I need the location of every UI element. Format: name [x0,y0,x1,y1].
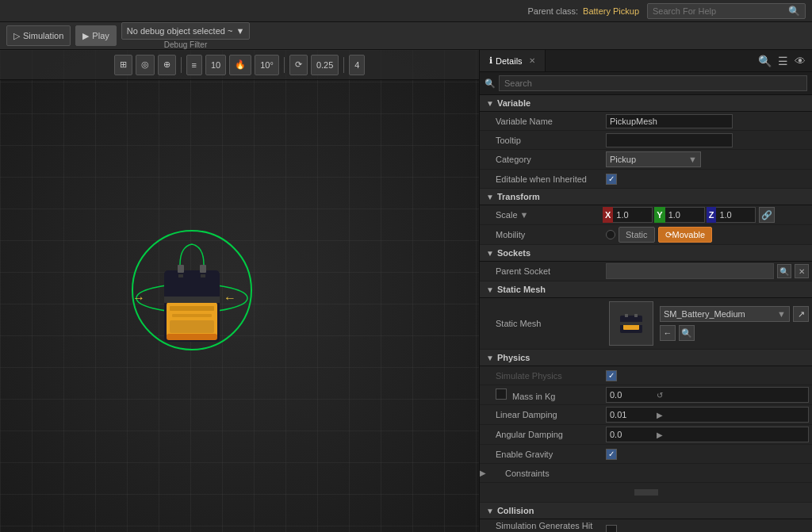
debug-filter-dropdown[interactable]: No debug object selected ~ ▼ [121,22,251,40]
scale-x-input[interactable]: X [603,207,653,223]
scale-dropdown-icon[interactable]: ▼ [520,210,529,220]
play-icon: ▶ [82,31,89,41]
translate-mode-btn[interactable]: ⊞ [114,55,132,75]
camera-speed-btn[interactable]: 4 [349,55,365,75]
grid-size-btn[interactable]: 10 [205,55,226,75]
socket-input-field[interactable] [606,263,774,279]
scale-z-input[interactable]: Z [707,207,756,223]
linear-damping-input[interactable] [607,408,654,422]
socket-search-btn[interactable]: 🔍 [777,264,791,278]
main-content: ⊞ ◎ ⊕ ≡ 10 🔥 10° ⟳ 0.25 4 [0,50,812,532]
mesh-expand-btn[interactable]: ↗ [793,306,809,322]
svg-rect-12 [167,334,217,340]
scale-z-label: Z [707,207,717,223]
sockets-section-arrow: ▼ [486,249,494,258]
editable-inherited-value [603,174,812,185]
angular-damping-input[interactable] [607,427,654,442]
details-tab[interactable]: ℹ Details ✕ [480,50,546,71]
mesh-thumbnail [609,301,653,346]
parent-socket-label: Parent Socket [480,266,603,276]
mesh-name-dropdown[interactable]: SM_Battery_Medium ▼ [660,306,790,322]
angular-damping-input-wrap: ▶ [606,427,809,442]
scale-y-field[interactable] [665,207,705,223]
battery-object: → ← [128,211,255,371]
scale-lock-btn[interactable]: 🔗 [759,207,775,223]
constraints-expand-arrow: ▶ [480,469,486,477]
static-mobility-btn[interactable]: Static [619,227,655,243]
mass-text: Mass in Kg [512,392,555,401]
mass-enable-checkbox[interactable] [496,388,507,400]
viewport[interactable]: ⊞ ◎ ⊕ ≡ 10 🔥 10° ⟳ 0.25 4 [0,50,479,532]
debug-filter: No debug object selected ~ ▼ Debug Filte… [121,22,251,49]
static-mesh-section-header[interactable]: ▼ Static Mesh [480,281,812,298]
constraints-row[interactable]: ▶ Constraints [480,464,812,483]
collision-section-header[interactable]: ▼ Collision [480,503,812,519]
mesh-search-btn[interactable]: 🔍 [679,325,695,341]
snap-value-btn[interactable]: 0.25 [311,55,339,75]
sockets-section-header[interactable]: ▼ Sockets [480,245,812,262]
viewport-toolbar: ⊞ ◎ ⊕ ≡ 10 🔥 10° ⟳ 0.25 4 [0,50,479,80]
search-toggle-btn[interactable]: 🔍 [756,53,773,69]
top-bar: Parent class: Battery Pickup 🔍 [0,0,812,22]
scale-x-field[interactable] [613,207,653,223]
physics-section-header[interactable]: ▼ Physics [480,350,812,366]
editable-inherited-checkbox[interactable] [606,174,617,185]
mass-row: Mass in Kg ↺ [480,385,812,405]
grid-btn[interactable]: ≡ [186,55,202,75]
details-content[interactable]: ▼ Variable Variable Name Tooltip Categor… [480,95,812,532]
mesh-dropdown-arrow: ▼ [777,309,786,319]
category-dropdown[interactable]: Pickup ▼ [606,151,701,167]
toolbar-separator-3 [343,57,344,73]
simulate-physics-checkbox[interactable] [606,370,617,381]
angle-btn[interactable]: 10° [255,55,279,75]
tooltip-row: Tooltip [480,131,812,150]
svg-rect-8 [164,297,220,303]
simulation-button[interactable]: ▷ Simulation [6,25,71,46]
rotate-mode-btn[interactable]: ◎ [136,55,155,75]
mobility-options: Static ⟳ Movable [606,227,712,243]
play-button[interactable]: ▶ Play [75,25,116,46]
variable-section-header[interactable]: ▼ Variable [480,95,812,112]
mass-reset-btn[interactable]: ↺ [654,391,665,400]
sim-generates-hit-label: Simulation Generates Hit Ev [480,521,603,532]
variable-name-input[interactable] [606,114,733,128]
simulate-physics-label: Simulate Physics [480,371,603,381]
debug-filter-arrow: ▼ [236,26,244,36]
tooltip-input[interactable] [606,133,733,147]
scale-z-field[interactable] [716,207,756,223]
parent-socket-value: 🔍 ✕ [603,263,812,279]
help-search-bar[interactable]: 🔍 [647,3,806,19]
socket-clear-btn[interactable]: ✕ [795,264,809,278]
mesh-back-btn[interactable]: ← [660,325,676,341]
sim-generates-hit-checkbox[interactable] [606,525,617,532]
details-tab-bar: ℹ Details ✕ 🔍 ☰ 👁 [480,50,812,72]
enable-gravity-checkbox[interactable] [606,449,617,460]
scale-mode-btn[interactable]: ⊕ [158,55,176,75]
scale-y-label: Y [654,207,665,223]
transform-section-header[interactable]: ▼ Transform [480,189,812,205]
mass-input[interactable] [607,388,654,402]
details-tab-close-btn[interactable]: ✕ [529,56,535,65]
transform-section-arrow: ▼ [486,193,494,201]
eye-btn[interactable]: 👁 [793,53,807,69]
details-search-bar: 🔍 [480,72,812,95]
scale-y-input[interactable]: Y [654,207,704,223]
simulation-label: Simulation [23,31,63,40]
mesh-preview-svg [614,306,649,341]
movable-mobility-btn[interactable]: ⟳ Movable [658,227,713,243]
list-view-btn[interactable]: ☰ [776,53,790,69]
details-tab-label: Details [496,56,523,66]
sim-generates-hit-row: Simulation Generates Hit Ev [480,519,812,532]
snap-btn[interactable]: ⟳ [289,55,308,75]
static-mesh-value: SM_Battery_Medium ▼ ↗ ← 🔍 [603,301,812,346]
help-search-input[interactable] [653,6,788,16]
lighting-btn[interactable]: 🔥 [229,55,251,75]
static-mesh-section-label: Static Mesh [497,285,546,294]
linear-damping-label: Linear Damping [480,410,603,419]
details-tab-icon: ℹ [489,55,492,66]
enable-gravity-row: Enable Gravity [480,445,812,464]
toolbar-separator-2 [284,57,285,73]
variable-name-row: Variable Name [480,112,812,131]
details-search-input[interactable] [499,75,807,91]
debug-filter-label: Debug Filter [164,40,207,49]
